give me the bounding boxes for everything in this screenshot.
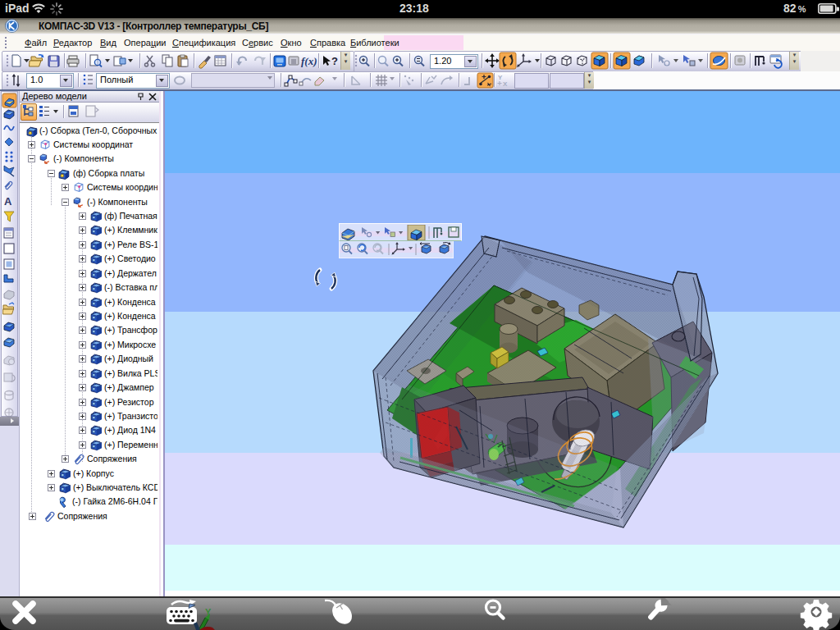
svg-text:Y: Y — [205, 607, 212, 617]
svg-text:A: A — [4, 195, 12, 208]
